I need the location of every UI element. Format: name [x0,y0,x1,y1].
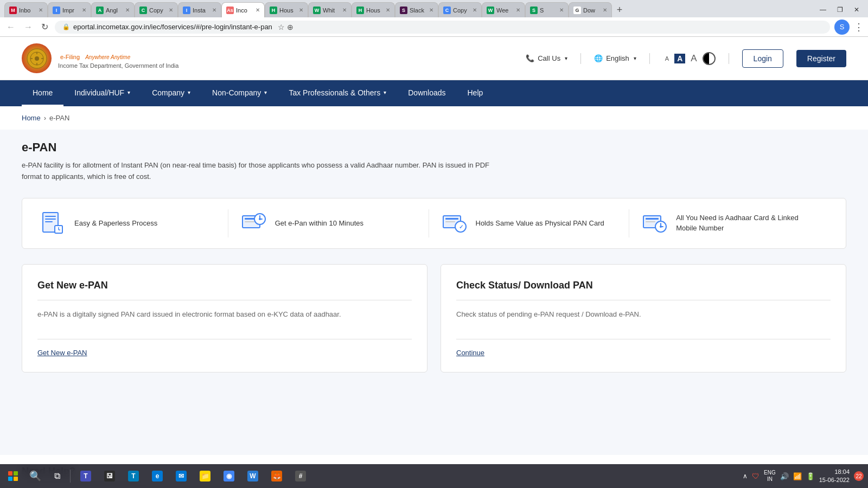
taskbar-mail[interactable]: ✉ [170,466,192,483]
taskbar-chrome[interactable]: ◉ [218,466,240,483]
teams-icon: T [80,471,91,481]
browser-tab-tab-4[interactable]: CCopy✕ [135,2,178,17]
card-check-status: Check Status/ Download PANCheck status o… [441,264,846,373]
nav-item-home[interactable]: Home [22,80,63,106]
svg-rect-8 [45,216,56,217]
tab-close-icon[interactable]: ✕ [559,7,564,13]
tab-close-icon[interactable]: ✕ [169,7,173,13]
tab-close-icon[interactable]: ✕ [386,7,390,13]
up-arrow-icon[interactable]: ∧ [743,472,748,480]
profile-avatar[interactable]: S [834,20,850,35]
card-link-card-check-status[interactable]: Continue [456,349,484,357]
nav-item-non-company[interactable]: Non-Company▾ [201,80,278,106]
tab-title: Whit [323,7,335,14]
tab-close-icon[interactable]: ✕ [516,7,520,13]
notification-badge[interactable]: 22 [854,471,864,481]
wifi-icon[interactable]: 📶 [793,472,802,480]
browser-tab-tab-1[interactable]: MInbo✕ [4,2,48,17]
taskbar-shell[interactable]: 🖫 [99,466,120,483]
nav-item-label: Downloads [408,88,445,97]
tab-close-icon[interactable]: ✕ [212,7,216,13]
taskbar-word[interactable]: W [242,466,264,483]
browser-tab-tab-7[interactable]: HHous✕ [265,2,308,17]
taskbar: 🔍⧉T🖫Te✉📁◉W🦊# ∧ 🛡 ENGIN 🔊 📶 🔋 18:04 15-06… [0,464,868,483]
taskbar-dell-icon[interactable]: T [123,466,144,483]
browser-top-bar: MInbo✕IImpr✕AAngl✕CCopy✕IInsta✕AsInco✕HH… [0,0,868,17]
browser-tab-tab-9[interactable]: HHous✕ [352,2,395,17]
taskbar-firefox[interactable]: 🦊 [266,466,288,483]
forward-button[interactable]: → [22,22,35,32]
browser-tab-tab-13[interactable]: SS✕ [525,2,569,17]
browser-tab-tab-2[interactable]: IImpr✕ [48,2,91,17]
taskbar-edge[interactable]: e [146,466,168,483]
browser-tab-tab-8[interactable]: WWhit✕ [308,2,352,17]
feature-icon-4 [640,209,668,237]
tab-close-icon[interactable]: ✕ [125,7,130,13]
call-us-button[interactable]: 📞 Call Us ▾ [526,54,567,62]
tab-close-icon[interactable]: ✕ [429,7,433,13]
browser-tab-tab-11[interactable]: CCopy✕ [438,2,482,17]
contrast-button[interactable] [703,52,716,65]
nav-item-company[interactable]: Company▾ [141,80,201,106]
logo-text: e-Filing Anywhere Anytime Income Tax Dep… [58,48,178,69]
tab-title: Inco [236,7,247,14]
breadcrumb-current: e-PAN [49,114,69,122]
tab-close-icon[interactable]: ✕ [256,7,260,13]
font-medium-button[interactable]: A [674,54,685,63]
nav-item-tax-professionals[interactable]: Tax Professionals & Others▾ [278,80,397,106]
login-button[interactable]: Login [742,49,783,68]
nav-item-help[interactable]: Help [457,80,494,106]
tab-close-icon[interactable]: ✕ [473,7,477,13]
lang-chevron: ▾ [634,55,636,61]
register-button[interactable]: Register [796,50,846,67]
feature-item-1: Easy & Paperless Process [39,209,228,237]
browser-tab-tab-14[interactable]: GDow✕ [569,2,612,17]
feature-item-3: ✓ Holds Same Value as Physical PAN Card [429,209,630,237]
volume-icon[interactable]: 🔊 [780,472,789,480]
svg-rect-23 [445,221,455,222]
tab-title: Inbo [19,7,30,14]
maximize-button[interactable]: ❐ [833,6,847,14]
browser-tabs: MInbo✕IImpr✕AAngl✕CCopy✕IInsta✕AsInco✕HH… [4,2,627,17]
language-selector[interactable]: 🌐 English ▾ [594,54,636,62]
calc-icon: # [295,471,306,481]
nav-item-individual-huf[interactable]: Individual/HUF▾ [63,80,141,106]
browser-tab-tab-12[interactable]: WWee✕ [482,2,525,17]
browser-tab-tab-5[interactable]: IInsta✕ [178,2,221,17]
taskbar-taskview[interactable]: ⧉ [49,466,66,483]
tab-close-icon[interactable]: ✕ [342,7,347,13]
taskbar-teams[interactable]: T [75,466,97,483]
tab-title: S [540,7,544,14]
taskbar-calc[interactable]: # [290,466,311,483]
clock-date: 15-06-2022 [819,476,850,483]
font-large-button[interactable]: A [688,52,699,65]
tab-close-icon[interactable]: ✕ [39,7,43,13]
feature-icon-1 [39,209,67,237]
svg-text:✓: ✓ [459,224,463,230]
breadcrumb-home[interactable]: Home [22,114,41,122]
taskbar-files[interactable]: 📁 [194,466,216,483]
minimize-button[interactable]: — [815,6,831,14]
font-small-button[interactable]: A [663,54,671,63]
close-button[interactable]: ✕ [850,6,864,14]
reload-button[interactable]: ↻ [39,22,50,32]
more-menu-icon[interactable]: ⋮ [854,21,864,33]
browser-tab-tab-6[interactable]: AsInco✕ [221,2,265,17]
browser-tab-tab-10[interactable]: SSlack✕ [395,2,438,17]
svg-point-20 [259,218,261,220]
nav-item-downloads[interactable]: Downloads [397,80,456,106]
card-title: Get New e-PAN [37,280,412,291]
tab-close-icon[interactable]: ✕ [299,7,303,13]
taskbar-search[interactable]: 🔍 [24,466,47,483]
browser-tab-tab-3[interactable]: AAngl✕ [91,2,135,17]
url-bar[interactable]: 🔒 eportal.incometax.gov.in/iec/foservice… [55,21,830,34]
back-button[interactable]: ← [4,22,17,32]
window-controls[interactable]: — ❐ ✕ [815,6,864,14]
start-button[interactable] [4,467,22,483]
tab-close-icon[interactable]: ✕ [603,7,607,13]
card-link-card-new-epan[interactable]: Get New e-PAN [37,349,87,357]
logo-area: e-Filing Anywhere Anytime Income Tax Dep… [22,43,178,73]
edge-icon: e [152,471,163,481]
tab-close-icon[interactable]: ✕ [82,7,86,13]
new-tab-button[interactable]: + [612,2,627,17]
